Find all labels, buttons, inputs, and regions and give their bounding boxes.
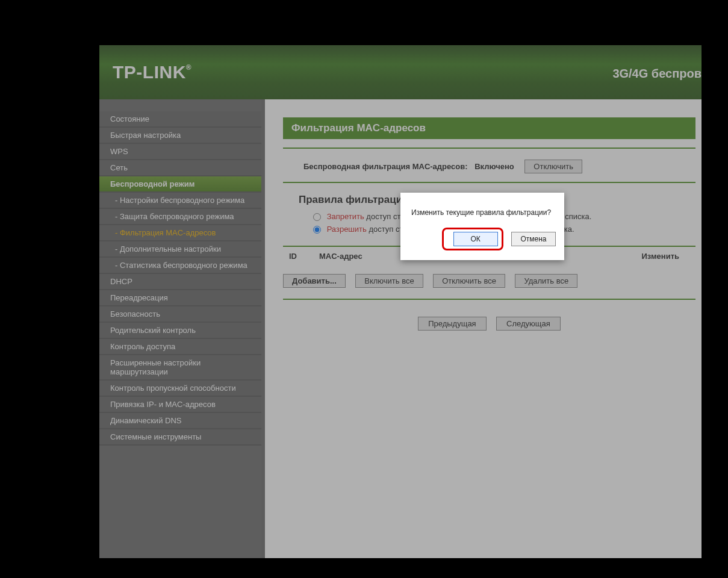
nav-item-18[interactable]: Динамический DNS (99, 413, 261, 429)
enable-all-button[interactable]: Включить все (355, 274, 423, 288)
brand-logo: TP-LINK® (113, 62, 191, 82)
dialog-message: Изменить текущие правила фильтрации? (400, 193, 564, 224)
status-row: Беспроводная фильтрация MAC-адресов: Вкл… (283, 149, 695, 182)
add-button[interactable]: Добавить... (283, 274, 346, 288)
nav-item-16[interactable]: Контроль пропускной способности (99, 381, 261, 397)
nav-item-17[interactable]: Привязка IP- и MAC-адресов (99, 397, 261, 413)
nav-item-15[interactable]: Расширенные настройки маршрутизации (99, 355, 261, 381)
nav-item-13[interactable]: Родительский контроль (99, 323, 261, 339)
col-id: ID (285, 252, 316, 261)
status-label: Беспроводная фильтрация MAC-адресов: (303, 162, 468, 171)
nav-item-6[interactable]: - Защита беспроводного режима (99, 209, 261, 225)
disable-button[interactable]: Отключить (524, 160, 582, 173)
status-value: Включено (474, 162, 514, 171)
app-window: TP-LINK® 3G/4G беспров СостояниеБыстрая … (99, 45, 702, 558)
next-button[interactable]: Следующая (496, 317, 561, 331)
nav-item-9[interactable]: - Статистика беспроводного режима (99, 258, 261, 274)
prev-button[interactable]: Предыдущая (418, 317, 487, 331)
nav-item-0[interactable]: Состояние (99, 111, 261, 128)
ok-button[interactable]: ОК (453, 232, 498, 246)
brand-text: TP-LINK (113, 62, 186, 82)
dialog-buttons: ОК Отмена (400, 224, 564, 260)
brand-reg: ® (186, 63, 191, 72)
divider (283, 299, 695, 300)
ok-highlight: ОК (442, 228, 503, 250)
pager: Предыдущая Следующая (283, 317, 695, 331)
rule-deny-radio[interactable] (313, 213, 321, 221)
nav-item-11[interactable]: Переадресация (99, 290, 261, 306)
disable-all-button[interactable]: Отключить все (433, 274, 505, 288)
nav-item-19[interactable]: Системные инструменты (99, 429, 261, 446)
page-title: Фильтрация MAC-адресов (283, 117, 695, 139)
nav-item-3[interactable]: Сеть (99, 160, 261, 176)
nav-item-4[interactable]: Беспроводной режим (99, 176, 261, 193)
cancel-button[interactable]: Отмена (511, 232, 556, 246)
rule-allow-radio[interactable] (313, 226, 321, 234)
nav-item-10[interactable]: DHCP (99, 274, 261, 290)
nav-item-8[interactable]: - Дополнительные настройки (99, 241, 261, 258)
nav-item-7[interactable]: - Фильтрация MAC-адресов (99, 225, 261, 241)
col-mac: MAC-адрес (316, 252, 412, 261)
rule-allow-word: Разрешить (327, 225, 367, 234)
confirm-dialog: Изменить текущие правила фильтрации? ОК … (400, 193, 564, 260)
nav-item-14[interactable]: Контроль доступа (99, 339, 261, 355)
header-tagline: 3G/4G беспров (612, 67, 702, 81)
nav-item-2[interactable]: WPS (99, 144, 261, 160)
delete-all-button[interactable]: Удалить все (515, 274, 577, 288)
main-content: Фильтрация MAC-адресов Беспроводная филь… (265, 99, 702, 558)
nav-item-12[interactable]: Безопасность (99, 306, 261, 323)
sidebar: СостояниеБыстрая настройкаWPSСетьБеспров… (99, 99, 265, 558)
header: TP-LINK® 3G/4G беспров (99, 45, 702, 99)
action-buttons: Добавить... Включить все Отключить все У… (283, 274, 695, 288)
rule-deny-word: Запретить (327, 212, 364, 221)
nav-item-5[interactable]: - Настройки беспроводного режима (99, 193, 261, 209)
nav-item-1[interactable]: Быстрая настройка (99, 128, 261, 144)
col-edit: Изменить (593, 252, 683, 261)
